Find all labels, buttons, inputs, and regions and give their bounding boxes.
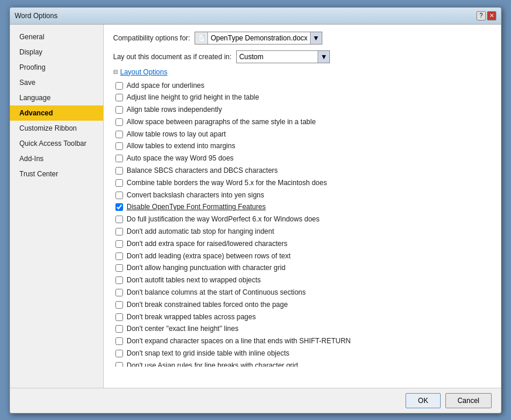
option-label: Allow tables to extend into margins (127, 141, 235, 151)
option-checkbox[interactable] (115, 350, 123, 357)
layout-select[interactable]: Custom ▼ (236, 50, 330, 63)
option-item: Don't add extra space for raised/lowered… (113, 238, 492, 250)
cancel-button[interactable]: Cancel (445, 393, 492, 408)
main-content: Compatibility options for: 📄 OpenType De… (104, 25, 501, 388)
window-controls: ? ✕ (476, 11, 496, 21)
compat-row: Compatibility options for: 📄 OpenType De… (113, 32, 492, 45)
option-item: Don't balance columns at the start of Co… (113, 286, 492, 299)
sidebar-item-language[interactable]: Language (10, 90, 103, 105)
option-item: Don't add automatic tab stop for hanging… (113, 226, 492, 238)
layout-row: Lay out this document as if created in: … (113, 50, 492, 63)
option-checkbox[interactable] (115, 362, 123, 367)
option-item: Allow space between paragraphs of the sa… (113, 116, 492, 128)
option-item: Don't expand character spaces on a line … (113, 335, 492, 347)
sidebar-item-proofing[interactable]: Proofing (10, 60, 103, 75)
option-checkbox[interactable] (115, 155, 123, 162)
layout-dropdown-arrow[interactable]: ▼ (318, 51, 329, 63)
option-item: Allow table rows to lay out apart (113, 128, 492, 141)
option-item: Balance SBCS characters and DBCS charact… (113, 165, 492, 177)
option-label: Don't autofit tables next to wrapped obj… (127, 275, 261, 285)
option-checkbox[interactable] (115, 337, 123, 345)
option-label: Don't use Asian rules for line breaks wi… (127, 361, 298, 367)
option-item: Convert backslash characters into yen si… (113, 189, 492, 202)
sidebar-item-save[interactable]: Save (10, 75, 103, 90)
option-item: Disable OpenType Font Formatting Feature… (113, 201, 492, 213)
option-checkbox[interactable] (115, 131, 123, 138)
option-item: Don't use Asian rules for line breaks wi… (113, 360, 492, 367)
option-checkbox[interactable] (115, 118, 123, 126)
ok-button[interactable]: OK (406, 393, 440, 408)
option-checkbox[interactable] (115, 276, 123, 284)
option-label: Balance SBCS characters and DBCS charact… (127, 166, 278, 176)
option-label: Don't balance columns at the start of Co… (127, 288, 306, 298)
option-checkbox[interactable] (115, 106, 123, 114)
option-checkbox[interactable] (115, 179, 123, 187)
option-label: Don't expand character spaces on a line … (127, 336, 350, 346)
option-label: Don't center "exact line height" lines (127, 324, 239, 334)
compat-dropdown-arrow[interactable]: ▼ (310, 32, 322, 44)
option-item: Don't allow hanging punctuation with cha… (113, 262, 492, 274)
option-label: Align table rows independently (127, 105, 222, 115)
option-checkbox[interactable] (115, 94, 123, 101)
collapse-icon[interactable]: ⊟ (113, 69, 118, 75)
option-checkbox[interactable] (115, 325, 123, 333)
option-item: Auto space the way Word 95 does (113, 152, 492, 165)
word-options-dialog: Word Options ? ✕ GeneralDisplayProofingS… (9, 7, 502, 414)
option-checkbox[interactable] (115, 252, 123, 260)
option-item: Adjust line height to grid height in the… (113, 91, 492, 104)
option-checkbox[interactable] (115, 228, 123, 235)
option-item: Don't snap text to grid inside table wit… (113, 347, 492, 360)
option-item: Combine table borders the way Word 5.x f… (113, 177, 492, 189)
sidebar-item-advanced[interactable]: Advanced (10, 105, 103, 121)
help-button[interactable]: ? (476, 11, 486, 21)
option-label: Convert backslash characters into yen si… (127, 190, 264, 200)
option-label: Combine table borders the way Word 5.x f… (127, 178, 327, 188)
option-checkbox[interactable] (115, 203, 123, 211)
sidebar-item-display[interactable]: Display (10, 45, 103, 60)
option-checkbox[interactable] (115, 240, 123, 248)
option-label: Allow space between paragraphs of the sa… (127, 117, 316, 127)
option-item: Don't add leading (extra space) between … (113, 250, 492, 262)
option-item: Don't autofit tables next to wrapped obj… (113, 274, 492, 286)
option-checkbox[interactable] (115, 192, 123, 199)
option-checkbox[interactable] (115, 301, 123, 309)
option-checkbox[interactable] (115, 289, 123, 296)
section-title[interactable]: Layout Options (120, 68, 168, 76)
title-bar: Word Options ? ✕ (10, 8, 501, 25)
option-checkbox[interactable] (115, 216, 123, 223)
option-label: Don't add automatic tab stop for hanging… (127, 227, 274, 237)
compat-file-select[interactable]: 📄 OpenType Demonstration.docx ▼ (195, 32, 322, 45)
dialog-body: GeneralDisplayProofingSaveLanguageAdvanc… (10, 25, 501, 388)
option-label: Don't allow hanging punctuation with cha… (127, 263, 285, 273)
dialog-title: Word Options (15, 12, 57, 20)
option-label: Don't snap text to grid inside table wit… (127, 349, 289, 358)
option-item: Don't break constrained tables forced on… (113, 299, 492, 311)
option-label: Add space for underlines (127, 81, 205, 91)
option-checkbox[interactable] (115, 142, 123, 150)
option-item: Don't break wrapped tables across pages (113, 311, 492, 323)
section-header: ⊟ Layout Options (113, 68, 492, 76)
options-scroll[interactable]: Add space for underlinesAdjust line heig… (113, 80, 492, 367)
sidebar-item-quick-access[interactable]: Quick Access Toolbar (10, 136, 103, 151)
sidebar-item-add-ins[interactable]: Add-Ins (10, 151, 103, 166)
option-item: Don't center "exact line height" lines (113, 323, 492, 335)
option-item: Allow tables to extend into margins (113, 140, 492, 152)
option-label: Adjust line height to grid height in the… (127, 93, 259, 103)
sidebar-item-general[interactable]: General (10, 29, 103, 45)
option-checkbox[interactable] (115, 264, 123, 272)
option-label: Allow table rows to lay out apart (127, 129, 226, 139)
option-label: Don't add extra space for raised/lowered… (127, 239, 287, 249)
dialog-footer: OK Cancel (10, 388, 501, 413)
layout-value: Custom (237, 53, 318, 61)
sidebar-item-trust-center[interactable]: Trust Center (10, 166, 103, 182)
option-checkbox[interactable] (115, 313, 123, 321)
option-item: Add space for underlines (113, 80, 492, 92)
option-label: Don't break wrapped tables across pages (127, 312, 255, 322)
option-checkbox[interactable] (115, 82, 123, 90)
option-checkbox[interactable] (115, 167, 123, 175)
close-button[interactable]: ✕ (487, 11, 496, 21)
layout-label: Lay out this document as if created in: (113, 53, 231, 61)
sidebar-item-customize-ribbon[interactable]: Customize Ribbon (10, 121, 103, 136)
option-label: Disable OpenType Font Formatting Feature… (127, 202, 265, 212)
sidebar: GeneralDisplayProofingSaveLanguageAdvanc… (10, 25, 104, 388)
